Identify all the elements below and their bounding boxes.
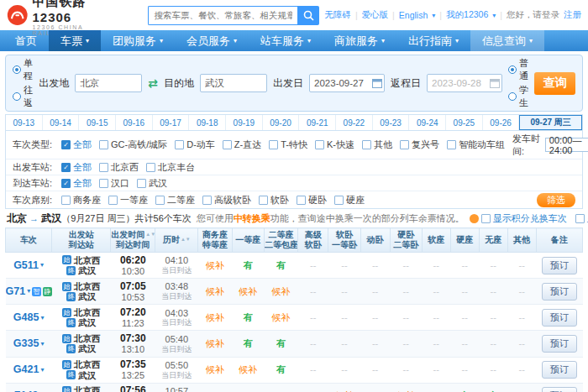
greeting-text[interactable]: 您好，请登录 xyxy=(507,9,559,21)
seat-availability[interactable]: 候补 xyxy=(206,312,224,322)
seat-availability[interactable]: 候补 xyxy=(239,364,257,374)
sort-icon[interactable]: ▲▼ xyxy=(145,232,155,237)
date-tab[interactable]: 09-18 xyxy=(189,115,226,130)
swap-cities-icon[interactable]: ⇄ xyxy=(148,76,158,90)
seat-availability[interactable]: 候补 xyxy=(206,260,224,270)
filter-option[interactable]: 智能动车组 xyxy=(447,139,505,151)
filter-option[interactable]: 硬卧 xyxy=(297,194,327,206)
nav-item-2[interactable]: 团购服务▾ xyxy=(101,30,175,51)
column-header-8: 软卧一等卧 xyxy=(328,228,360,253)
train-book-button[interactable]: 预订 xyxy=(542,335,577,353)
date-tab[interactable]: 09-13 xyxy=(6,115,43,130)
train-code[interactable]: G335▾ xyxy=(6,337,52,350)
filter-option[interactable]: 北京丰台 xyxy=(146,161,195,174)
filter-option[interactable]: 北京西 xyxy=(99,161,139,174)
seat-availability[interactable]: 候补 xyxy=(206,286,224,296)
seat-availability[interactable]: 候补 xyxy=(272,286,291,296)
filter-option-all[interactable]: ✓全部 xyxy=(61,139,92,151)
search-input[interactable] xyxy=(148,6,297,25)
filter-option[interactable]: T-特快 xyxy=(269,139,307,151)
filter-apply-button[interactable]: 筛选 xyxy=(537,193,575,207)
date-tab[interactable]: 09-22 xyxy=(336,115,373,130)
nav-item-3[interactable]: 会员服务▾ xyxy=(175,30,249,51)
nav-item-1[interactable]: 车票▾ xyxy=(49,30,101,51)
nav-item-5[interactable]: 商旅服务▾ xyxy=(323,30,396,51)
chevron-down-icon[interactable]: ▾ xyxy=(40,261,44,269)
to-city-input[interactable] xyxy=(200,74,267,92)
date-tab[interactable]: 09-23 xyxy=(373,115,410,130)
passenger-type-student[interactable]: 学生 xyxy=(508,84,528,109)
search-button[interactable] xyxy=(297,6,319,25)
filter-option[interactable]: 软卧 xyxy=(259,194,289,206)
seat-availability[interactable]: 候补 xyxy=(272,312,291,322)
date-tab[interactable]: 09-19 xyxy=(226,115,263,130)
train-book-button[interactable]: 预订 xyxy=(542,257,577,274)
duration: 03:48 xyxy=(155,281,198,292)
filter-option-all[interactable]: ✓全部 xyxy=(61,177,92,190)
trip-type-oneway[interactable]: 单程 xyxy=(13,57,33,82)
column-header-2[interactable]: 出发时间▲▼到达时间 xyxy=(111,228,155,253)
nav-item-0[interactable]: 首页 xyxy=(3,30,49,51)
train-code[interactable]: G71▾智静 xyxy=(6,285,52,298)
divider: | xyxy=(500,10,502,20)
column-header-3[interactable]: 历时▲▼ xyxy=(155,228,198,253)
chevron-down-icon[interactable]: ▾ xyxy=(40,340,44,348)
date-tab[interactable]: 09-26 xyxy=(483,115,520,130)
date-tab[interactable]: 09-21 xyxy=(299,115,336,130)
train-code[interactable]: G421▾ xyxy=(6,363,52,376)
filter-option[interactable]: 武汉 xyxy=(137,177,167,190)
date-tab[interactable]: 09-20 xyxy=(263,115,300,130)
date-tab[interactable]: 09-14 xyxy=(43,115,80,130)
train-book-button[interactable]: 预订 xyxy=(542,387,577,392)
divider: | xyxy=(355,10,358,20)
filter-option[interactable]: 二等座 xyxy=(155,194,195,206)
filter-option[interactable]: 一等座 xyxy=(108,194,148,206)
seat-availability[interactable]: 候补 xyxy=(206,338,224,348)
top-link-1[interactable]: 爱心版 xyxy=(362,9,389,21)
train-code[interactable]: G485▾ xyxy=(6,311,52,324)
filter-option[interactable]: D-动车 xyxy=(175,139,215,151)
query-button[interactable]: 查询 xyxy=(534,72,575,95)
train-book-button[interactable]: 预订 xyxy=(542,309,577,327)
filter-option[interactable]: 汉口 xyxy=(99,177,129,190)
filter-option[interactable]: K-快速 xyxy=(315,139,354,151)
top-link-0[interactable]: 无障碍 xyxy=(324,9,351,21)
depart-time-select[interactable]: 00:00—24:00▾ xyxy=(545,138,588,152)
sort-icon[interactable]: ▲▼ xyxy=(181,237,191,242)
nav-item-7[interactable]: 信息查询▾ xyxy=(470,30,544,51)
filter-option[interactable]: 复兴号 xyxy=(400,139,439,151)
train-code[interactable]: G511▾ xyxy=(6,259,52,272)
train-book-button[interactable]: 预订 xyxy=(542,361,577,379)
filter-option[interactable]: 商务座 xyxy=(61,194,101,206)
filter-option[interactable]: Z-直达 xyxy=(223,139,261,151)
summary-checkbox-1[interactable]: 显示全部可预订车次 xyxy=(575,212,588,225)
seat-availability[interactable]: 候补 xyxy=(239,286,257,296)
chevron-down-icon[interactable]: ▾ xyxy=(27,287,30,295)
date-tab[interactable]: 09-24 xyxy=(409,115,446,130)
filter-option[interactable]: 高级软卧 xyxy=(202,194,251,206)
passenger-type-normal[interactable]: 普通 xyxy=(508,57,528,82)
date-tab[interactable]: 09-25 xyxy=(446,115,483,130)
register-link[interactable]: 注册 xyxy=(564,9,581,21)
summary-checkbox-0[interactable]: 显示积分兑换车次 xyxy=(470,212,567,225)
nav-item-6[interactable]: 出行指南▾ xyxy=(396,30,470,51)
seat-availability[interactable]: 候补 xyxy=(206,364,224,374)
nav-item-4[interactable]: 站车服务▾ xyxy=(249,30,323,51)
transfer-link[interactable]: 中转换乘 xyxy=(234,213,270,223)
filter-option[interactable]: 硬座 xyxy=(334,194,365,206)
filter-option-all[interactable]: ✓全部 xyxy=(61,161,92,174)
date-tab[interactable]: 09-17 xyxy=(153,115,190,130)
chevron-down-icon[interactable]: ▾ xyxy=(40,366,44,374)
top-link-3[interactable]: 我的12306 xyxy=(446,9,488,21)
column-header-line: 高级 xyxy=(298,230,328,241)
filter-option[interactable]: 其他 xyxy=(362,139,392,151)
top-link-2[interactable]: English xyxy=(399,10,428,20)
from-city-input[interactable] xyxy=(75,74,142,92)
date-tab[interactable]: 09-16 xyxy=(116,115,153,130)
trip-type-round[interactable]: 往返 xyxy=(13,84,33,109)
train-book-button[interactable]: 预订 xyxy=(542,283,577,301)
chevron-down-icon[interactable]: ▾ xyxy=(40,314,44,321)
filter-option[interactable]: GC-高铁/城际 xyxy=(99,139,167,151)
date-tab[interactable]: 09-15 xyxy=(79,115,116,130)
date-tab-selected[interactable]: 09-27 周三 xyxy=(519,115,582,130)
